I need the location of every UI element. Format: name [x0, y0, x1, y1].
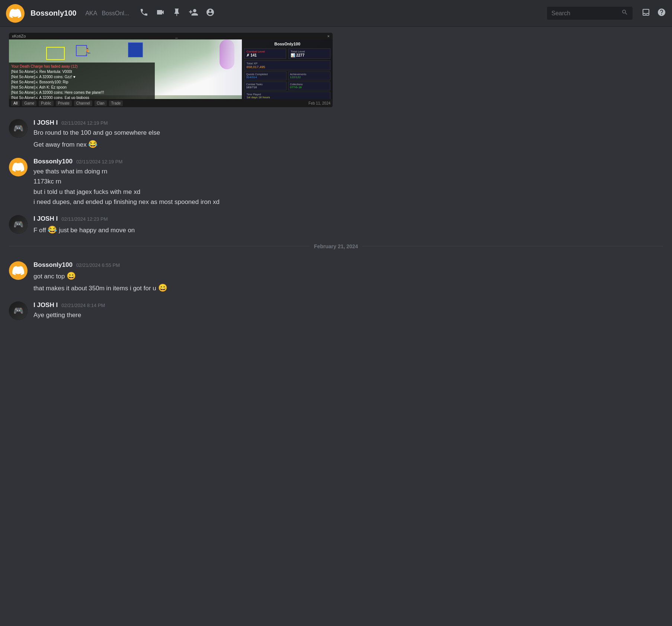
username-4: Bossonly100 [33, 261, 73, 269]
message-group-5: 🎮 I JOSH I 02/21/2024 8:14 PM Aye gettin… [0, 296, 672, 322]
game-bottom-bar: All Game Public Private Channel Clan Tra… [9, 99, 333, 107]
date-divider-line-left [9, 246, 310, 246]
username-1: I JOSH I [33, 119, 58, 127]
timestamp-1: 02/11/2024 12:19 PM [61, 120, 108, 126]
message-line-5-1: Aye getting there [33, 310, 663, 320]
message-line-3-1: F off 😂 just be happy and move on [33, 224, 663, 235]
inbox-icon[interactable] [641, 8, 650, 19]
timestamp-3: 02/11/2024 12:23 PM [61, 216, 108, 222]
message-line-1-1: Bro round to the 100 and go somewhere el… [33, 128, 663, 138]
right-nav-icons [641, 8, 666, 19]
message-group-4: Bossonly100 02/21/2024 6:55 PM got anc t… [0, 255, 672, 296]
server-icon[interactable] [6, 4, 25, 23]
message-header-4: Bossonly100 02/21/2024 6:55 PM [33, 261, 663, 269]
message-content-5: I JOSH I 02/21/2024 8:14 PM Aye getting … [33, 301, 663, 321]
search-bar[interactable] [547, 7, 633, 20]
pin-icon[interactable] [172, 8, 181, 19]
avatar-josh-1: 🎮 [9, 119, 28, 138]
timestamp-5: 02/21/2024 8:14 PM [61, 303, 105, 308]
game-top-label: xKotiZo [12, 34, 26, 38]
date-divider: February 21, 2024 [0, 237, 672, 255]
message-line-2-1: yee thats what im doing rn [33, 167, 663, 176]
message-header-3: I JOSH I 02/11/2024 12:23 PM [33, 215, 663, 223]
help-icon[interactable] [657, 8, 666, 19]
message-line-4-2: that makes it about 350m in items i got … [33, 282, 663, 293]
timestamp-4: 02/21/2024 6:55 PM [76, 262, 120, 268]
avatar-bossonly-1 [9, 158, 28, 176]
message-line-4-1: got anc top 😄 [33, 270, 663, 281]
channel-name: Bossonly100 [31, 9, 76, 17]
profile-icon[interactable] [206, 8, 215, 19]
message-content-2: Bossonly100 02/11/2024 12:19 PM yee that… [33, 158, 663, 208]
message-group-2: Bossonly100 02/11/2024 12:19 PM yee that… [0, 152, 672, 209]
message-group-1: 🎮 I JOSH I 02/11/2024 12:19 PM Bro round… [0, 113, 672, 152]
search-input[interactable] [551, 10, 618, 17]
avatar-josh-3: 🎮 [9, 301, 28, 320]
message-content-4: Bossonly100 02/21/2024 6:55 PM got anc t… [33, 261, 663, 294]
game-screenshot: xKotiZo _ × 🏃 BossOnly100 [9, 33, 333, 107]
message-line-2-2: 1173kc rn [33, 177, 663, 186]
add-member-icon[interactable] [189, 7, 198, 19]
top-navigation: Bossonly100 AKA BossOnl... [0, 0, 672, 27]
game-screenshot-container: xKotiZo _ × 🏃 BossOnly100 [0, 27, 672, 113]
message-line-1-2: Get away from nex 😂 [33, 138, 663, 150]
message-line-2-3: but i told u that jagex fucks with me xd [33, 187, 663, 197]
avatar-josh-2: 🎮 [9, 215, 28, 234]
message-header-2: Bossonly100 02/11/2024 12:19 PM [33, 158, 663, 165]
message-header-1: I JOSH I 02/11/2024 12:19 PM [33, 119, 663, 127]
video-icon[interactable] [156, 8, 165, 19]
message-content-1: I JOSH I 02/11/2024 12:19 PM Bro round t… [33, 119, 663, 150]
message-line-2-4: i need dupes, and ended up finishing nex… [33, 197, 663, 207]
screenshot-date: Feb 11, 2024 [308, 101, 330, 105]
username-2: Bossonly100 [33, 158, 73, 165]
game-close[interactable]: × [327, 34, 330, 38]
player-marker: 🏃 [83, 48, 92, 56]
message-header-5: I JOSH I 02/21/2024 8:14 PM [33, 301, 663, 309]
aka-value: BossOnl... [102, 10, 129, 17]
call-icons [140, 7, 215, 19]
game-minimize[interactable]: _ [175, 34, 177, 38]
username-3: I JOSH I [33, 215, 58, 223]
username-5: I JOSH I [33, 301, 58, 309]
stats-username: BossOnly100 [244, 42, 330, 46]
timestamp-2: 02/11/2024 12:19 PM [76, 159, 122, 165]
phone-icon[interactable] [140, 8, 148, 19]
message-group-3: 🎮 I JOSH I 02/11/2024 12:23 PM F off 😂 j… [0, 209, 672, 237]
avatar-bossonly-2 [9, 261, 28, 280]
date-divider-line-right [362, 246, 663, 246]
search-icon [621, 9, 628, 17]
date-divider-text: February 21, 2024 [314, 243, 358, 249]
message-content-3: I JOSH I 02/11/2024 12:23 PM F off 😂 jus… [33, 215, 663, 236]
chat-area: xKotiZo _ × 🏃 BossOnly100 [0, 27, 672, 626]
aka-label: AKA [85, 10, 97, 17]
